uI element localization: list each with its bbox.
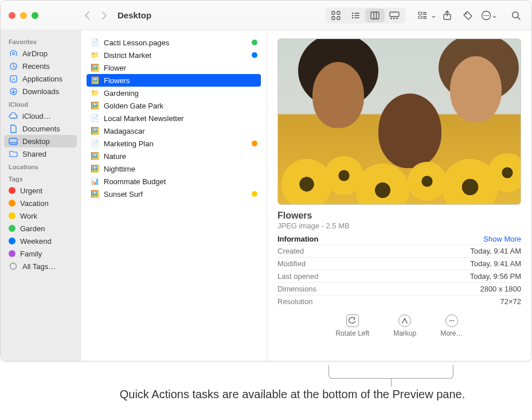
sidebar-item-desktop[interactable]: Desktop: [4, 135, 77, 147]
minimize-icon[interactable]: [20, 12, 27, 19]
file-row[interactable]: 📁Gardening: [87, 87, 261, 99]
forward-button[interactable]: [97, 9, 111, 22]
file-row[interactable]: 🖼️Flower: [87, 61, 261, 74]
file-list: 📄Cacti Lesson.pages 📁District Market 🖼️F…: [81, 30, 267, 361]
file-row[interactable]: 🖼️Golden Gate Park: [87, 99, 261, 112]
sidebar-section-tags: Tags: [1, 172, 80, 184]
file-icon: 🖼️: [90, 76, 99, 85]
svg-rect-17: [418, 12, 422, 14]
svg-rect-14: [390, 18, 392, 19]
sidebar-tag-family[interactable]: Family: [1, 247, 80, 260]
svg-rect-1: [337, 11, 340, 14]
file-name: Cacti Lesson.pages: [104, 38, 247, 47]
file-row[interactable]: 📄Marketing Plan: [87, 137, 261, 150]
file-tag-icon: [252, 141, 257, 146]
file-row[interactable]: 📊Roommate Budget: [87, 175, 261, 188]
sidebar-label: AirDrop: [22, 49, 48, 58]
zoom-icon[interactable]: [32, 12, 38, 19]
more-button[interactable]: ⌄: [479, 7, 498, 24]
svg-rect-2: [332, 17, 335, 20]
svg-rect-36: [9, 138, 17, 145]
sidebar-item-downloads[interactable]: Downloads: [1, 85, 80, 98]
markup-icon: [398, 314, 411, 327]
cloud-icon: [9, 111, 18, 120]
svg-point-8: [352, 17, 353, 18]
svg-point-4: [352, 12, 353, 13]
show-more-button[interactable]: Show More: [483, 235, 521, 243]
preview-image[interactable]: [277, 38, 521, 205]
svg-point-40: [451, 320, 452, 321]
svg-rect-13: [390, 12, 399, 17]
file-icon: 📄: [90, 38, 99, 47]
more-icon: [445, 314, 458, 327]
file-row[interactable]: 📄Local Market Newsletter: [87, 112, 261, 125]
file-row[interactable]: 📄Cacti Lesson.pages: [87, 36, 261, 49]
sidebar-label: iCloud…: [22, 112, 51, 120]
sidebar-tag-weekend[interactable]: Weekend: [1, 235, 80, 247]
rotate-left-action[interactable]: Rotate Left: [335, 314, 369, 337]
back-button[interactable]: [81, 9, 95, 22]
svg-rect-10: [371, 12, 379, 19]
window-controls: [1, 12, 81, 19]
sidebar-item-icloud[interactable]: iCloud…: [1, 110, 80, 122]
svg-point-24: [466, 13, 467, 14]
info-value: Today, 9:56 PM: [470, 272, 521, 281]
file-name: District Market: [104, 51, 247, 60]
window-body: Favorites AirDrop Recents AApplications …: [1, 30, 531, 361]
sidebar-label: Documents: [22, 125, 60, 133]
svg-rect-15: [393, 18, 395, 19]
sidebar-item-recents[interactable]: Recents: [1, 60, 80, 72]
group-button[interactable]: ⌄: [417, 7, 436, 24]
file-row[interactable]: 🖼️Nature: [87, 150, 261, 162]
sidebar-item-applications[interactable]: AApplications: [1, 72, 80, 85]
sidebar-item-shared[interactable]: Shared: [1, 147, 80, 160]
sidebar-item-airdrop[interactable]: AirDrop: [1, 47, 80, 60]
svg-text:A: A: [11, 76, 15, 81]
svg-rect-0: [332, 11, 335, 14]
info-row: ModifiedToday, 9:41 AM: [277, 257, 521, 270]
file-icon: 📁: [90, 50, 99, 60]
sidebar-tag-vacation[interactable]: Vacation: [1, 197, 80, 209]
sidebar-tag-work[interactable]: Work: [1, 209, 80, 222]
annotation: Quick Actions tasks are available at the…: [0, 361, 532, 419]
rotate-left-icon: [346, 314, 359, 327]
list-view-button[interactable]: [346, 9, 365, 22]
icon-view-button[interactable]: [326, 9, 346, 22]
share-button[interactable]: [437, 7, 457, 24]
more-action[interactable]: More…: [440, 314, 463, 337]
file-tag-icon: [252, 40, 257, 45]
file-icon: 🖼️: [90, 151, 99, 161]
sidebar-label: Weekend: [20, 237, 52, 246]
svg-line-30: [518, 17, 520, 20]
sidebar-tag-urgent[interactable]: Urgent: [1, 184, 80, 197]
file-row[interactable]: 🖼️Sunset Surf: [87, 188, 261, 200]
file-row[interactable]: 🖼️Nighttime: [87, 162, 261, 175]
markup-action[interactable]: Markup: [393, 314, 416, 337]
file-icon: 📊: [90, 177, 99, 186]
svg-point-6: [352, 14, 353, 15]
column-view-button[interactable]: [365, 9, 385, 22]
sidebar-label: Vacation: [20, 199, 49, 208]
file-row[interactable]: 🖼️Flowers: [87, 74, 261, 87]
search-button[interactable]: [506, 7, 526, 24]
sidebar-label: Family: [20, 250, 42, 258]
downloads-icon: [9, 87, 18, 96]
gallery-view-button[interactable]: [385, 9, 404, 22]
tags-button[interactable]: [458, 7, 478, 24]
file-icon: 🖼️: [90, 63, 99, 72]
sidebar-tag-garden[interactable]: Garden: [1, 222, 80, 235]
file-row[interactable]: 🖼️Madagascar: [87, 125, 261, 137]
info-value: Today, 9:41 AM: [470, 247, 521, 255]
file-icon: 🖼️: [90, 101, 99, 110]
svg-point-39: [449, 320, 451, 321]
file-name: Madagascar: [104, 127, 257, 135]
document-icon: [9, 124, 18, 133]
file-row[interactable]: 📁District Market: [87, 49, 261, 61]
file-icon: 🖼️: [90, 164, 99, 173]
svg-rect-9: [354, 17, 359, 18]
svg-point-26: [484, 15, 485, 16]
file-icon: 📁: [90, 88, 99, 98]
close-icon[interactable]: [9, 12, 15, 19]
sidebar-item-documents[interactable]: Documents: [1, 122, 80, 135]
sidebar-tag-all[interactable]: All Tags…: [1, 260, 80, 273]
